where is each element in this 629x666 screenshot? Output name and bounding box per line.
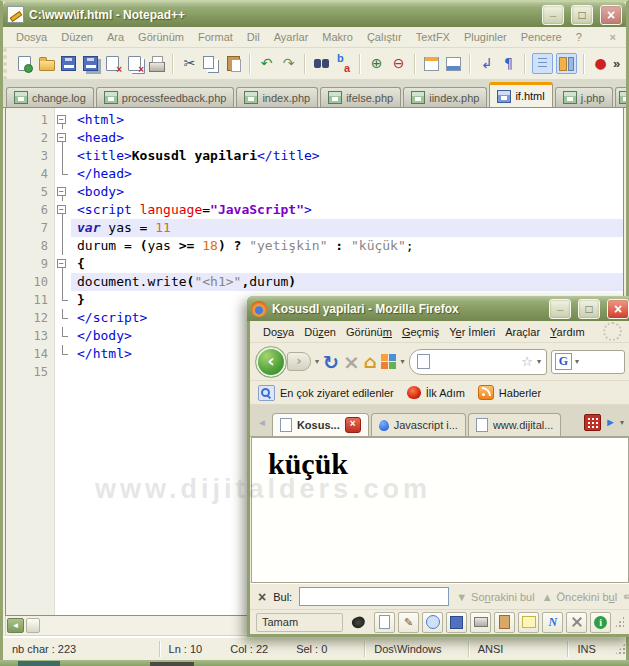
menu-item-textfx[interactable]: TextFX — [409, 29, 457, 45]
tab-j-php[interactable]: j.php — [555, 87, 613, 107]
note-button[interactable] — [518, 612, 539, 633]
fold-marker-box[interactable] — [55, 129, 71, 147]
word-wrap-button[interactable]: ↲ — [477, 54, 496, 73]
bookmark-haberler[interactable]: Haberler — [478, 385, 541, 400]
copy-button[interactable] — [202, 54, 221, 73]
browser-tab-www-dijital[interactable]: www.dijital... — [468, 413, 562, 436]
menu-item-düzen[interactable]: Düzen — [54, 29, 100, 45]
firefox-titlebar[interactable]: Kosusdl yapilari - Mozilla Firefox — [247, 296, 629, 321]
redo-button[interactable]: ↷ — [279, 54, 298, 73]
browser-tab-kosus[interactable]: Kosus... — [272, 413, 369, 436]
history-dropdown-icon[interactable] — [315, 357, 319, 366]
fold-marker-box[interactable] — [55, 183, 71, 201]
menu-item-pluginler[interactable]: Pluginler — [457, 29, 514, 45]
scroll-left-button[interactable] — [7, 618, 24, 633]
replace-button[interactable] — [334, 54, 353, 73]
find-next-button[interactable]: Sonrakini bul — [456, 591, 535, 603]
firefox-minimize-button[interactable] — [549, 299, 571, 319]
taskbar-sliver[interactable] — [0, 660, 629, 666]
lightning-button[interactable] — [542, 612, 563, 633]
edit-button[interactable] — [398, 612, 419, 633]
search-box[interactable]: G — [551, 350, 625, 374]
fold-margin[interactable] — [55, 108, 71, 615]
print-button[interactable] — [147, 54, 166, 73]
menu-item-yer-i-mleri[interactable]: Yer İmleri — [444, 324, 500, 340]
doc-switcher-button[interactable] — [556, 53, 577, 74]
synchronize-scrolling-button[interactable] — [444, 54, 463, 73]
toolbar-overflow-icon[interactable]: » — [613, 56, 620, 71]
firefox-close-button[interactable] — [607, 299, 629, 319]
menu-item-ayarlar[interactable]: Ayarlar — [267, 29, 316, 45]
tab-if-html[interactable]: if.html — [489, 82, 552, 107]
menu-item-format[interactable]: Format — [191, 29, 240, 45]
url-dropdown-icon[interactable] — [537, 357, 541, 366]
scrollbar-thumb[interactable] — [26, 618, 40, 633]
zoom-in-button[interactable]: ⊕ — [367, 54, 386, 73]
tab-iindex-php[interactable]: iindex.php — [403, 87, 487, 107]
tools-button[interactable] — [566, 612, 587, 633]
menu-item-pencere[interactable]: Pencere — [514, 29, 569, 45]
menu-item-ara[interactable]: Ara — [100, 29, 131, 45]
clipboard-button[interactable] — [494, 612, 515, 633]
record-macro-button[interactable]: ● — [591, 54, 610, 73]
menu-item-düzen[interactable]: Düzen — [299, 324, 341, 340]
indent-guide-button[interactable] — [532, 53, 553, 74]
stop-button[interactable] — [343, 350, 360, 374]
search-engine-dropdown-icon[interactable] — [575, 357, 579, 366]
tab-scroll-right-icon[interactable] — [605, 416, 616, 428]
save-button[interactable] — [59, 54, 78, 73]
find-close-icon[interactable] — [258, 589, 266, 605]
menu-item-araçlar[interactable]: Araçlar — [500, 324, 545, 340]
tab-scroll-left-icon[interactable] — [254, 417, 270, 428]
highlight-all-icon[interactable] — [621, 588, 629, 605]
info-button[interactable] — [590, 612, 611, 633]
save-button[interactable] — [446, 612, 467, 633]
find-button[interactable] — [312, 54, 331, 73]
speed-dial-dropdown-icon[interactable] — [401, 357, 405, 366]
new-page-button[interactable] — [374, 612, 395, 633]
restore-default-zoom-button[interactable] — [422, 54, 441, 73]
menu-item-görünüm[interactable]: Görünüm — [131, 29, 191, 45]
open-button[interactable] — [37, 54, 56, 73]
menu-item-görünüm[interactable]: Görünüm — [341, 324, 397, 340]
tab-index-php[interactable]: index.php — [236, 87, 318, 107]
menubar-close-icon[interactable]: × — [610, 31, 620, 43]
cut-button[interactable]: ✂ — [180, 54, 199, 73]
show-all-characters-button[interactable]: ¶ — [499, 54, 518, 73]
fold-marker-box[interactable] — [55, 255, 71, 273]
menu-item-geçmiş[interactable]: Geçmiş — [397, 324, 444, 340]
forward-button[interactable] — [287, 352, 311, 371]
home-button[interactable] — [364, 351, 377, 372]
close-all-button[interactable] — [125, 54, 144, 73]
browser-tab-javascript-i[interactable]: Javascript i... — [371, 413, 466, 436]
menu-item-makro[interactable]: Makro — [315, 29, 360, 45]
address-bar[interactable] — [409, 349, 547, 375]
notepadpp-titlebar[interactable]: C:\www\if.html - Notepad++ — [3, 2, 626, 27]
reload-button[interactable] — [323, 351, 339, 373]
speed-dial-icon[interactable] — [381, 354, 397, 370]
list-all-tabs-icon[interactable] — [584, 414, 601, 431]
bookmark-star-icon[interactable] — [521, 354, 533, 369]
find-previous-button[interactable]: Öncekini bul — [542, 591, 617, 603]
tabs-dropdown-icon[interactable] — [620, 418, 624, 427]
fold-marker-box[interactable] — [55, 201, 71, 219]
bookmark-i-lk-adım[interactable]: İlk Adım — [407, 386, 465, 399]
web-button[interactable] — [422, 612, 443, 633]
tab-partial[interactable] — [615, 87, 626, 107]
tab-ifelse-php[interactable]: ifelse.php — [320, 87, 401, 107]
maximize-button[interactable] — [571, 5, 593, 25]
menu-item-dosya[interactable]: Dosya — [9, 29, 54, 45]
menu-item-item[interactable]: ? — [569, 29, 589, 45]
firefox-resize-grip[interactable] — [614, 616, 624, 629]
page-content[interactable]: küçük — [251, 437, 629, 583]
close-tab-button[interactable] — [345, 417, 361, 433]
fold-marker-box[interactable] — [55, 111, 71, 129]
paste-button[interactable] — [224, 54, 243, 73]
back-button[interactable] — [255, 346, 287, 378]
tab-processfeedback-php[interactable]: processfeedback.php — [96, 87, 235, 107]
bookmark-en-çok-ziyaret-edilenler[interactable]: En çok ziyaret edilenler — [258, 385, 394, 401]
find-input[interactable] — [299, 587, 449, 606]
zoom-out-button[interactable]: ⊖ — [389, 54, 408, 73]
print-button[interactable] — [470, 612, 491, 633]
save-all-button[interactable] — [81, 54, 100, 73]
